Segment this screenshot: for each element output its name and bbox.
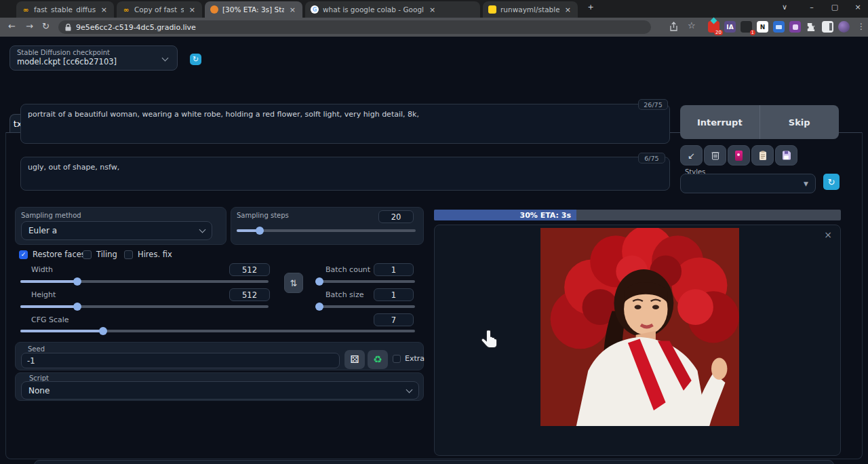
batch-size-slider[interactable] [315, 303, 415, 311]
height-slider[interactable] [20, 303, 269, 311]
chevron-down-icon [199, 227, 206, 233]
slider-thumb[interactable] [73, 277, 81, 286]
forward-icon[interactable]: → [26, 21, 33, 31]
extension-glyph [829, 23, 832, 31]
negative-prompt-textarea[interactable]: ugly, out of shape, nsfw, [20, 157, 670, 191]
refresh-checkpoint-button[interactable]: ↻ [190, 54, 201, 65]
swap-dimensions-button[interactable]: ⇅ [284, 273, 303, 293]
generated-image[interactable] [540, 228, 739, 426]
checkbox-icon[interactable] [393, 355, 401, 363]
gallery-close-icon[interactable]: × [824, 229, 832, 240]
extensions-puzzle-icon[interactable] [806, 22, 816, 32]
mouse-cursor [480, 328, 500, 351]
checkbox-icon[interactable] [83, 250, 92, 259]
extension-icon[interactable]: 20 [708, 21, 719, 33]
tab-close-icon[interactable]: × [288, 5, 297, 14]
sampling-steps-slider[interactable] [237, 227, 416, 235]
interrupt-button[interactable]: Interrupt [680, 105, 760, 139]
checkbox-icon[interactable] [124, 250, 133, 259]
slider-thumb[interactable] [99, 327, 107, 335]
seed-input[interactable]: -1 [21, 353, 340, 368]
hires-fix-checkbox[interactable]: Hires. fix [124, 250, 172, 259]
browser-tab[interactable]: G what is google colab - Googl × [305, 1, 480, 18]
batch-count-slider[interactable] [315, 277, 415, 286]
notion-extension-icon[interactable]: N [757, 21, 768, 33]
slider-thumb[interactable] [315, 303, 323, 311]
random-seed-button[interactable]: ⚄ [344, 350, 365, 369]
stable-diffusion-webui: Stable Diffusion checkpoint model.ckpt [… [0, 37, 868, 464]
slider-thumb[interactable] [256, 227, 264, 235]
sampling-method-block: Sampling method Euler a [15, 207, 226, 245]
url-text: 9e5e6cc2-c519-4dc5.gradio.live [76, 23, 196, 32]
browser-tab[interactable]: ∞ fast_stable_diffusion_AUTOMA × [16, 1, 114, 18]
extension-icon[interactable]: 1 [741, 21, 752, 33]
bookmark-star-icon[interactable]: ☆ [688, 20, 696, 31]
height-label: Height [31, 290, 56, 299]
cfg-scale-value[interactable]: 7 [374, 313, 414, 326]
seed-extra-checkbox[interactable]: Extra [393, 354, 425, 363]
new-tab-button[interactable]: + [585, 3, 597, 12]
prompt-token-counter: 26/75 [638, 99, 668, 110]
width-value[interactable]: 512 [229, 263, 270, 276]
cfg-scale-slider[interactable] [20, 327, 415, 335]
sampling-method-dropdown[interactable]: Euler a [21, 221, 212, 240]
save-style-button[interactable] [775, 145, 797, 166]
window-maximize-button[interactable]: ▢ [829, 3, 841, 12]
tab-search-icon[interactable]: ∨ [778, 3, 791, 12]
styles-dropdown[interactable]: ▼ [680, 174, 816, 193]
share-icon[interactable] [669, 22, 679, 32]
trash-icon [711, 151, 719, 160]
interrupt-label: Interrupt [697, 117, 743, 128]
extra-networks-button[interactable] [728, 145, 750, 166]
restore-faces-checkbox[interactable]: ✓ Restore faces [19, 250, 85, 259]
checkpoint-dropdown[interactable]: Stable Diffusion checkpoint model.ckpt [… [9, 45, 178, 71]
browser-tab[interactable]: runwayml/stable-diffusion-v1 × [483, 1, 578, 18]
profile-avatar[interactable] [838, 21, 850, 33]
reload-icon[interactable]: ↻ [42, 21, 50, 31]
height-value[interactable]: 512 [229, 288, 270, 301]
tab-title: Copy of fast_stable_diffusion_ [134, 5, 184, 14]
extension-icon[interactable]: IA [724, 21, 736, 33]
tab-close-icon[interactable]: × [188, 5, 197, 14]
menu-icon[interactable]: ⋮ [857, 22, 865, 31]
apply-styles-button[interactable] [751, 145, 774, 166]
extension-glyph [793, 24, 798, 30]
browser-tab-active[interactable]: [30% ETA: 3s] Stable Diffusion × [205, 1, 302, 18]
colab-icon: ∞ [122, 5, 130, 14]
browser-tab-strip: ∞ fast_stable_diffusion_AUTOMA × ∞ Copy … [0, 0, 868, 18]
sampling-steps-block: Sampling steps 20 [231, 207, 424, 245]
chevron-down-icon [406, 386, 413, 393]
seed-value: -1 [27, 356, 35, 366]
sampling-steps-value[interactable]: 20 [378, 210, 414, 223]
tab-close-icon[interactable]: × [564, 5, 572, 14]
extension-icon[interactable] [773, 21, 785, 33]
window-minimize-button[interactable]: – [806, 3, 818, 12]
address-bar[interactable]: 9e5e6cc2-c519-4dc5.gradio.live [58, 20, 651, 34]
tab-close-icon[interactable]: × [100, 5, 108, 14]
width-slider[interactable] [20, 277, 269, 286]
script-dropdown[interactable]: None [21, 381, 419, 400]
batch-count-value[interactable]: 1 [374, 263, 414, 276]
swap-icon: ⇅ [290, 278, 298, 288]
batch-size-value[interactable]: 1 [374, 288, 414, 301]
refresh-icon: ↻ [193, 55, 199, 64]
window-close-button[interactable]: × [852, 3, 864, 12]
browser-tab[interactable]: ∞ Copy of fast_stable_diffusion_ × [117, 1, 202, 18]
sidebar-extension-icon[interactable] [822, 21, 833, 33]
extension-glyph [711, 18, 717, 24]
tiling-checkbox[interactable]: Tiling [83, 250, 117, 259]
slider-thumb[interactable] [73, 303, 81, 311]
slider-thumb[interactable] [315, 277, 323, 286]
read-params-button[interactable]: ↙ [680, 145, 703, 166]
extension-badge: 1 [750, 30, 755, 35]
skip-button[interactable]: Skip [760, 105, 840, 139]
tab-close-icon[interactable]: × [428, 5, 437, 14]
checkpoint-value: model.ckpt [cc6cb27103] [17, 57, 170, 66]
clear-prompt-button[interactable] [704, 145, 726, 166]
checkbox-checked-icon[interactable]: ✓ [19, 250, 28, 259]
prompt-textarea[interactable]: portrait of a beautiful woman, wearing a… [20, 104, 670, 144]
reuse-seed-button[interactable]: ♻ [368, 350, 388, 369]
extension-icon[interactable] [789, 21, 801, 33]
refresh-styles-button[interactable]: ↻ [823, 174, 840, 190]
back-icon[interactable]: ← [8, 21, 16, 31]
